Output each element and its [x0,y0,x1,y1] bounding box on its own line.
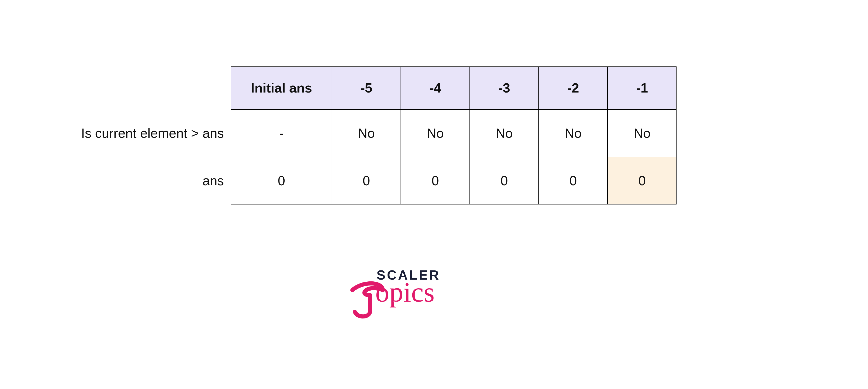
column-header: -5 [332,66,401,109]
table-cell: No [608,109,677,157]
table-cell: No [470,109,539,157]
row-label: ans [74,157,231,204]
header-empty-label [74,66,231,109]
row-label: Is current element > ans [74,109,231,157]
column-header: Initial ans [231,66,332,109]
column-header: -3 [470,66,539,109]
column-header: -1 [608,66,677,109]
table-cell: No [539,109,608,157]
table-cell: 0 [539,157,608,204]
table-header-row: Initial ans -5 -4 -3 -2 -1 [74,66,677,109]
table-cell: 0 [470,157,539,204]
table-cell: 0 [332,157,401,204]
table-row: ans 0 0 0 0 0 0 [74,157,677,204]
algorithm-trace-table: Initial ans -5 -4 -3 -2 -1 Is current el… [74,66,677,204]
logo-text-topics: opics [358,279,460,312]
column-header: -4 [401,66,470,109]
table-cell: No [332,109,401,157]
table-cell-highlight: 0 [608,157,677,204]
topics-word: opics [375,277,435,308]
topics-script-icon: opics [342,276,475,319]
column-header: -2 [539,66,608,109]
table-cell: No [401,109,470,157]
table-cell: 0 [401,157,470,204]
table-cell: - [231,109,332,157]
table-cell: 0 [231,157,332,204]
scaler-topics-logo: SCALER opics [358,268,460,312]
table-row: Is current element > ans - No No No No N… [74,109,677,157]
